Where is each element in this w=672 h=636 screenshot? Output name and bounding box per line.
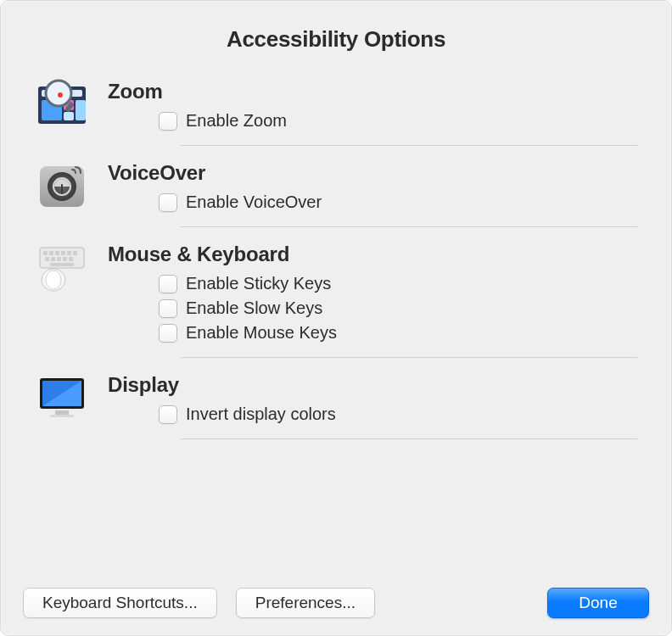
svg-rect-21 xyxy=(51,257,55,261)
section-voiceover-body: VoiceOver Enable VoiceOver xyxy=(108,158,637,239)
display-icon xyxy=(35,370,89,424)
checkbox-enable-sticky-keys[interactable] xyxy=(159,275,177,293)
svg-rect-23 xyxy=(63,257,67,261)
option-enable-sticky-keys[interactable]: Enable Sticky Keys xyxy=(108,271,637,296)
svg-point-7 xyxy=(58,92,63,98)
label-invert-display-colors: Invert display colors xyxy=(186,404,336,424)
sections-container: Zoom Enable Zoom xyxy=(1,76,671,451)
keyboard-shortcuts-button[interactable]: Keyboard Shortcuts... xyxy=(23,588,217,618)
svg-rect-24 xyxy=(69,257,73,261)
accessibility-options-panel: Accessibility Options Zoom xyxy=(0,0,672,636)
display-heading: Display xyxy=(108,373,637,397)
svg-rect-17 xyxy=(61,251,65,255)
preferences-button[interactable]: Preferences... xyxy=(236,588,375,618)
divider xyxy=(181,438,637,439)
label-enable-sticky-keys: Enable Sticky Keys xyxy=(186,274,331,293)
svg-rect-22 xyxy=(57,257,61,261)
section-display: Display Invert display colors xyxy=(35,370,637,451)
svg-rect-32 xyxy=(50,415,74,417)
svg-rect-19 xyxy=(73,251,77,255)
option-enable-slow-keys[interactable]: Enable Slow Keys xyxy=(108,296,637,321)
mouse-keyboard-heading: Mouse & Keyboard xyxy=(108,243,637,266)
label-enable-zoom: Enable Zoom xyxy=(186,111,287,131)
checkbox-enable-mouse-keys[interactable] xyxy=(159,324,177,343)
mouse-keyboard-icon xyxy=(35,239,89,293)
option-invert-display-colors[interactable]: Invert display colors xyxy=(108,402,637,427)
section-mouse-keyboard: Mouse & Keyboard Enable Sticky Keys Enab… xyxy=(35,239,637,370)
option-enable-zoom[interactable]: Enable Zoom xyxy=(108,109,637,133)
label-enable-slow-keys: Enable Slow Keys xyxy=(186,298,322,318)
option-enable-voiceover[interactable]: Enable VoiceOver xyxy=(108,190,637,215)
divider xyxy=(181,357,637,358)
section-zoom-body: Zoom Enable Zoom xyxy=(108,76,637,158)
section-display-body: Display Invert display colors xyxy=(108,370,637,451)
svg-rect-14 xyxy=(43,251,48,255)
section-voiceover: VoiceOver Enable VoiceOver xyxy=(35,158,637,239)
voiceover-icon xyxy=(35,158,89,212)
svg-rect-3 xyxy=(64,112,74,120)
checkbox-enable-zoom[interactable] xyxy=(159,112,177,131)
voiceover-heading: VoiceOver xyxy=(108,161,637,185)
checkbox-invert-display-colors[interactable] xyxy=(159,405,177,424)
svg-point-27 xyxy=(46,271,61,289)
zoom-heading: Zoom xyxy=(108,80,637,103)
done-button[interactable]: Done xyxy=(547,588,649,618)
section-zoom: Zoom Enable Zoom xyxy=(35,76,637,158)
svg-rect-4 xyxy=(76,100,86,120)
divider xyxy=(181,226,637,227)
svg-rect-16 xyxy=(55,251,59,255)
divider xyxy=(181,145,637,146)
svg-rect-12 xyxy=(61,184,63,194)
checkbox-enable-voiceover[interactable] xyxy=(159,193,177,212)
svg-rect-20 xyxy=(45,257,49,261)
footer: Keyboard Shortcuts... Preferences... Don… xyxy=(1,588,671,618)
panel-title: Accessibility Options xyxy=(1,26,671,53)
svg-rect-31 xyxy=(55,410,69,415)
checkbox-enable-slow-keys[interactable] xyxy=(159,299,177,318)
svg-rect-15 xyxy=(49,251,53,255)
svg-rect-18 xyxy=(67,251,71,255)
zoom-icon xyxy=(35,76,89,131)
section-mouse-keyboard-body: Mouse & Keyboard Enable Sticky Keys Enab… xyxy=(108,239,637,370)
svg-rect-25 xyxy=(50,263,74,266)
label-enable-mouse-keys: Enable Mouse Keys xyxy=(186,323,337,343)
option-enable-mouse-keys[interactable]: Enable Mouse Keys xyxy=(108,321,637,345)
label-enable-voiceover: Enable VoiceOver xyxy=(186,192,322,212)
